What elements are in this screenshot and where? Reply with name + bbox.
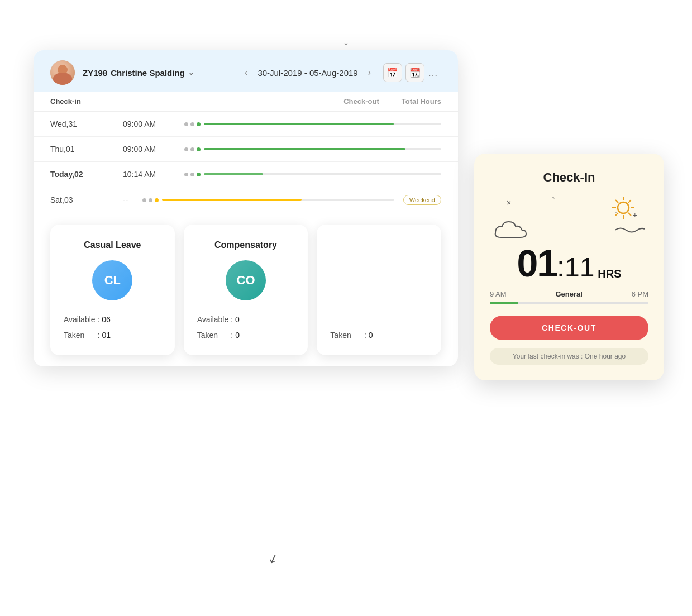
bar-track (204, 148, 441, 150)
curve-arrow-icon: ↙ (266, 550, 280, 567)
dot (197, 147, 201, 151)
leave-cards-row: Casual Leave CL Available : 06 Taken : 0… (34, 213, 458, 355)
time-bar-section: 9 AM General 6 PM (490, 290, 648, 298)
dot (155, 198, 159, 202)
timer-hrs-label: HRS (598, 268, 621, 280)
last-checkin-note: Your last check-in was : One hour ago (490, 348, 648, 365)
bar-fill (204, 123, 394, 125)
col-bar-spacer (184, 97, 343, 106)
dot (184, 173, 188, 176)
calendar-icons: 📅 📆 (383, 63, 424, 82)
timer-colon: : (557, 251, 565, 283)
timer-minutes: 11 (565, 252, 594, 282)
dot (184, 147, 188, 151)
weather-scene: × ○ + ○ (490, 194, 648, 238)
checkin-panel: Check-In × ○ + ○ (474, 154, 664, 380)
col-check-in-header: Check-in (50, 97, 123, 106)
scene: ↓ ZY198 Christine Spalding ⌄ ‹ 30-Jul-20… (0, 0, 692, 616)
leave-stats: Available : 0 Taken : 0 (197, 312, 295, 343)
row-day: Wed,31 (50, 120, 123, 128)
dot (190, 173, 194, 176)
dot (149, 198, 152, 202)
wave-icon (612, 225, 646, 236)
bar-track (162, 199, 394, 201)
timer-hours: 01 (517, 242, 557, 284)
dots-indicator (142, 198, 159, 202)
shift-name: General (555, 290, 582, 298)
table-row: Wed,31 09:00 AM (34, 112, 458, 137)
leave-card-title: Casual Leave (64, 240, 161, 250)
time-end-label: 6 PM (632, 290, 648, 298)
dot (197, 173, 201, 176)
bar-track (204, 123, 441, 125)
col-total-header: Total Hours (402, 97, 441, 106)
column-headers: Check-in Check-out Total Hours (34, 92, 458, 112)
checkin-title: Check-In (490, 170, 648, 185)
svg-line-6 (628, 213, 631, 216)
bar-track (204, 173, 441, 175)
leave-card-title: Compensatory (197, 240, 295, 250)
row-bar-area (184, 147, 441, 151)
progress-track (490, 302, 648, 304)
time-start-label: 9 AM (490, 290, 507, 298)
bar-fill (204, 173, 263, 175)
dots-indicator (184, 122, 201, 126)
avatar-image (50, 60, 75, 85)
leave-badge-co: CO (226, 260, 266, 300)
row-bar-area (184, 173, 441, 176)
row-time: 10:14 AM (123, 170, 184, 179)
chevron-down-icon[interactable]: ⌄ (188, 69, 194, 77)
checkout-button[interactable]: CHECK-OUT (490, 316, 648, 340)
dots-indicator (184, 173, 201, 176)
row-bar-area: Weekend (142, 195, 441, 205)
date-nav: ‹ 30-Jul-2019 - 05-Aug-2019 › (240, 65, 375, 80)
leave-stats: Taken : 0 (330, 312, 428, 343)
avatar (50, 60, 75, 85)
bar-fill (162, 199, 301, 201)
svg-line-8 (615, 213, 618, 216)
row-dash: -- (123, 195, 128, 204)
progress-fill (490, 302, 518, 304)
more-options-icon[interactable]: … (424, 67, 441, 79)
dot (190, 147, 194, 151)
col-time-spacer (123, 97, 184, 106)
row-time: 09:00 AM (123, 120, 184, 128)
date-range: 30-Jul-2019 - 05-Aug-2019 (257, 68, 357, 78)
leave-card-compensatory: Compensatory CO Available : 0 Taken : 0 (184, 225, 308, 355)
row-day-today: Today,02 (50, 170, 123, 179)
dot (142, 198, 146, 202)
employee-name: ZY198 Christine Spalding ⌄ (83, 68, 194, 78)
leave-badge-cl: CL (92, 260, 132, 300)
svg-point-0 (618, 202, 629, 213)
table-row: Thu,01 09:00 AM (34, 137, 458, 162)
attendance-card: ZY198 Christine Spalding ⌄ ‹ 30-Jul-2019… (34, 50, 458, 366)
col-checkout-header: Check-out (343, 97, 379, 106)
leave-card-title-empty (330, 240, 428, 250)
down-arrow-icon: ↓ (343, 34, 349, 48)
sun-icon (609, 194, 637, 222)
svg-line-5 (615, 200, 618, 203)
leave-card-casual: Casual Leave CL Available : 06 Taken : 0… (50, 225, 175, 355)
row-day: Thu,01 (50, 145, 123, 154)
bar-fill (204, 148, 405, 150)
next-arrow[interactable]: › (364, 65, 375, 80)
leave-stats: Available : 06 Taken : 01 (64, 312, 161, 343)
row-time: 09:00 AM (123, 145, 184, 154)
table-row: Sat,03 -- Weekend (34, 187, 458, 213)
svg-line-7 (628, 200, 631, 203)
leave-card-third: Taken : 0 (317, 225, 441, 355)
deco-o: ○ (551, 195, 555, 201)
dot (197, 122, 201, 126)
weekend-badge: Weekend (403, 195, 441, 205)
dots-indicator (184, 147, 201, 151)
table-row: Today,02 10:14 AM (34, 162, 458, 187)
cloud-icon (490, 216, 534, 238)
prev-arrow[interactable]: ‹ (240, 65, 252, 80)
deco-x: × (507, 198, 511, 207)
timer-display: 01:11HRS (490, 244, 648, 283)
dot (190, 122, 194, 126)
attendance-header: ZY198 Christine Spalding ⌄ ‹ 30-Jul-2019… (34, 50, 458, 92)
calendar-icon-1[interactable]: 📅 (383, 63, 402, 82)
row-day: Sat,03 (50, 195, 123, 204)
calendar-icon-2[interactable]: 📆 (405, 63, 424, 82)
